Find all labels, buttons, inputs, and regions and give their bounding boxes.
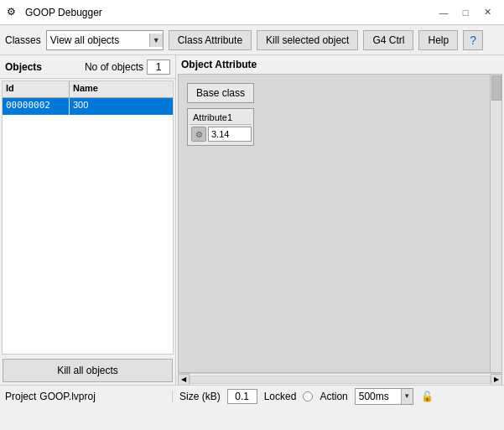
class-attribute-button[interactable]: Class Attribute [169, 30, 252, 50]
objects-table: Id Name 00000002 300 [2, 80, 174, 355]
minimize-button[interactable]: — [434, 4, 454, 21]
table-row[interactable]: 00000002 300 [3, 98, 173, 115]
lock-icon[interactable]: 🔓 [420, 389, 435, 404]
right-scrollbar-v[interactable] [490, 75, 501, 372]
status-left: Project GOOP.lvproj [5, 391, 173, 402]
scroll-thumb-vertical [491, 75, 501, 101]
cell-name: 300 [70, 98, 173, 115]
no-of-objects-value: 1 [147, 60, 170, 75]
g4ctrl-button[interactable]: G4 Ctrl [363, 30, 413, 50]
attribute-value-row: ⚙ [190, 125, 252, 143]
h-scroll-left-button[interactable]: ◀ [178, 374, 190, 386]
attribute-title: Attribute1 [190, 111, 252, 125]
project-label: Project [5, 391, 36, 402]
objects-header: Objects No of objects 1 [0, 55, 175, 79]
app-title: GOOP Debugger [25, 7, 102, 18]
locked-radio[interactable] [303, 391, 313, 402]
action-dropdown[interactable]: 500ms ▼ [355, 388, 413, 405]
left-panel: Objects No of objects 1 Id Name 00000002… [0, 55, 176, 385]
attribute-value-input[interactable] [208, 127, 252, 142]
status-right: Size (kB) 0.1 Locked Action 500ms ▼ 🔓 [179, 388, 499, 405]
close-button[interactable]: ✕ [477, 4, 497, 21]
classes-label: Classes [5, 34, 41, 46]
h-scrollbar-area: ◀ ▶ [178, 373, 502, 385]
action-dropdown-arrow: ▼ [401, 389, 413, 404]
col-header-id: Id [3, 81, 70, 97]
gear-icon: ⚙ [195, 130, 203, 139]
project-value: GOOP.lvproj [39, 391, 95, 402]
classes-value: View all objects [50, 34, 149, 46]
kill-selected-button[interactable]: Kill selected object [257, 30, 358, 50]
size-label: Size (kB) [179, 391, 221, 402]
table-scroll[interactable]: 00000002 300 [3, 98, 173, 354]
help-icon-button[interactable]: ? [463, 30, 483, 50]
attribute-area: Base class Attribute1 ⚙ [178, 74, 502, 373]
locked-label: Locked [264, 391, 297, 402]
classes-dropdown-arrow: ▼ [149, 34, 163, 47]
table-header: Id Name [3, 81, 173, 98]
attribute-card: Attribute1 ⚙ [187, 108, 254, 146]
objects-label: Objects [5, 61, 85, 73]
help-question-icon: ? [470, 34, 476, 47]
object-attribute-label: Object Attribute [176, 55, 504, 74]
attribute-icon: ⚙ [191, 127, 206, 142]
cell-id: 00000002 [3, 98, 70, 115]
classes-dropdown[interactable]: View all objects ▼ [46, 30, 164, 50]
no-of-objects-label: No of objects [85, 61, 143, 73]
toolbar: Classes View all objects ▼ Class Attribu… [0, 25, 504, 55]
h-scroll-right-button[interactable]: ▶ [491, 374, 502, 386]
h-scroll-track[interactable] [190, 376, 491, 384]
app-icon: ⚙ [7, 6, 20, 19]
status-bar: Project GOOP.lvproj Size (kB) 0.1 Locked… [0, 385, 504, 407]
kill-all-button[interactable]: Kill all objects [3, 359, 173, 382]
right-panel: Object Attribute Base class Attribute1 ⚙ [176, 55, 504, 385]
title-bar: ⚙ GOOP Debugger — □ ✕ [0, 0, 504, 25]
col-header-name: Name [70, 81, 173, 97]
help-button[interactable]: Help [418, 30, 458, 50]
attribute-scroll-area[interactable]: Base class Attribute1 ⚙ [179, 75, 501, 372]
base-class-box: Base class [187, 83, 254, 103]
action-value: 500ms [359, 391, 401, 402]
action-label: Action [320, 391, 347, 402]
main-area: Objects No of objects 1 Id Name 00000002… [0, 55, 504, 385]
size-value: 0.1 [227, 389, 257, 404]
maximize-button[interactable]: □ [455, 4, 475, 21]
